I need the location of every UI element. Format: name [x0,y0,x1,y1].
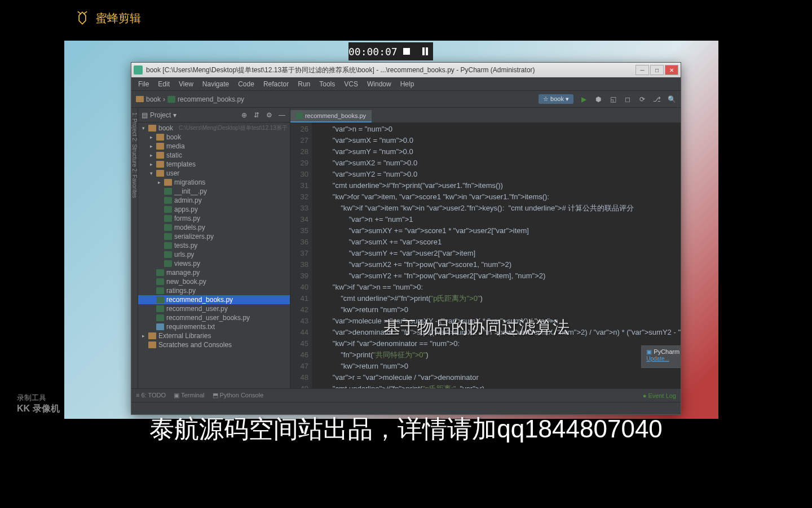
tree-item-migrations[interactable]: ▸migrations [138,178,290,187]
project-dropdown-icon[interactable]: ▤ [142,111,148,119]
tree-label: book [166,133,181,141]
tree-item-recommend-books-py[interactable]: recommend_books.py [138,295,290,304]
collapse-icon[interactable]: ⇵ [254,111,262,119]
menu-run[interactable]: Run [294,79,314,89]
editor-tabs: recommend_books.py [290,108,681,122]
folder-icon [148,341,156,348]
tree-item-serializers-py[interactable]: serializers.py [138,232,290,241]
sidebar-header: ▤ Project ▾ ⊕ ⇵ ⚙ — [138,108,290,122]
menu-window[interactable]: Window [364,79,395,89]
menu-help[interactable]: Help [397,79,418,89]
tree-item-book[interactable]: ▸book [138,133,290,142]
build-button[interactable]: ⟳ [638,95,647,104]
tree-label: tests.py [174,242,197,249]
tree-item-user[interactable]: ▾user [138,169,290,178]
tree-item-templates[interactable]: ▸templates [138,160,290,169]
folder-icon [156,143,164,150]
pyfile-icon [164,197,172,204]
tree-item-recommend-user-py[interactable]: recommend_user.py [138,304,290,313]
app-icon [134,65,143,75]
left-tool-gutter[interactable]: 1: Project 2: Structure 2: Favorites [131,108,138,388]
menu-tools[interactable]: Tools [316,79,338,89]
minimize-button[interactable]: ─ [636,65,649,75]
close-button[interactable]: ✕ [665,65,678,75]
tree-label: recommend_user.py [166,305,228,313]
tree-label: new_book.py [166,278,206,286]
search-button[interactable]: 🔍 [667,95,676,104]
folder-icon [136,96,144,102]
run-config-select[interactable]: ☆ book ▾ [539,94,573,104]
event-log-button[interactable]: ● Event Log [643,392,676,399]
folder-icon [156,152,164,159]
tree-item-urls-py[interactable]: urls.py [138,250,290,259]
menu-view[interactable]: View [175,79,197,89]
titlebar[interactable]: book [C:\Users\Meng\Desktop\提单test\12.13… [131,63,681,77]
code-area[interactable]: 2627282930313233343536373839404142434445… [290,122,681,388]
watermark-bl-line2: KK 录像机 [17,403,60,415]
notification-link[interactable]: Update... [646,356,681,362]
bottom-tab[interactable]: ≡ 6: TODO [136,392,166,399]
tree-label: requirements.txt [166,323,215,331]
bottom-tab[interactable]: ⬒ Python Console [213,392,264,399]
tree-label: models.py [174,224,205,231]
pyfile-icon [164,206,172,213]
tree-item-static[interactable]: ▸static [138,151,290,160]
txtfile-icon [156,323,164,330]
menu-navigate[interactable]: Navigate [199,79,232,89]
hide-icon[interactable]: — [279,111,286,119]
tree-arrow-icon: ▸ [140,333,146,339]
tree-label: serializers.py [174,233,214,240]
git-button[interactable]: ⎇ [652,95,661,104]
menu-refactor[interactable]: Refactor [260,79,292,89]
locate-icon[interactable]: ⊕ [241,111,249,119]
tree-label: urls.py [174,251,194,259]
tree-label: __init__.py [174,187,207,195]
tree-item-manage-py[interactable]: manage.py [138,268,290,277]
tree-item-tests-py[interactable]: tests.py [138,241,290,250]
tree-label: Scratches and Consoles [158,341,232,349]
code-content[interactable]: "var">n = "num">0 "var">sumX = "num">0.0… [312,122,681,388]
project-sidebar: ▤ Project ▾ ⊕ ⇵ ⚙ — ▾bookC:\Users\Meng\D… [138,108,290,388]
menu-edit[interactable]: Edit [155,79,173,89]
bottom-tab[interactable]: ▣ Terminal [174,392,204,399]
tree-item-external-libraries[interactable]: ▸External Libraries [138,331,290,340]
settings-icon[interactable]: ⚙ [266,111,274,119]
tree-item-media[interactable]: ▸media [138,142,290,151]
stop-button[interactable]: ◻ [623,95,632,104]
tree-item-book[interactable]: ▾bookC:\Users\Meng\Desktop\提单test\12.13基… [138,124,290,133]
menu-code[interactable]: Code [235,79,258,89]
pyfile-icon [156,314,164,321]
pyfile-icon [164,224,172,231]
tree-item-models-py[interactable]: models.py [138,223,290,232]
tree-item-apps-py[interactable]: apps.py [138,205,290,214]
breadcrumb[interactable]: book › recommend_books.py [136,95,244,103]
tree-item-views-py[interactable]: views.py [138,259,290,268]
python-file-icon [296,112,303,119]
project-tree[interactable]: ▾bookC:\Users\Meng\Desktop\提单test\12.13基… [138,122,290,388]
tree-item-requirements-txt[interactable]: requirements.txt [138,322,290,331]
tree-item-scratches-and-consoles[interactable]: Scratches and Consoles [138,340,290,349]
menu-vcs[interactable]: VCS [341,79,361,89]
watermark-top-text: 蜜蜂剪辑 [96,11,141,26]
update-notification[interactable]: ▣ PyCharm 2019.3.5 available Update... [641,345,681,368]
recorder-stop-button[interactable] [398,42,416,60]
coverage-button[interactable]: ◱ [608,95,617,104]
window-controls: ─ □ ✕ [636,65,678,75]
folder-icon [148,332,156,339]
tree-item---init---py[interactable]: __init__.py [138,187,290,196]
editor-tab-active[interactable]: recommend_books.py [290,110,372,122]
run-button[interactable]: ▶ [579,95,588,104]
watermark-top: 蜜蜂剪辑 [74,10,141,26]
tree-item-recommend-user-books-py[interactable]: recommend_user_books.py [138,313,290,322]
recorder-pause-button[interactable] [415,42,433,60]
tree-label: templates [166,160,196,168]
menu-file[interactable]: File [135,79,152,89]
debug-button[interactable]: ⬢ [594,95,603,104]
tree-item-ratings-py[interactable]: ratings.py [138,286,290,295]
tree-item-forms-py[interactable]: forms.py [138,214,290,223]
tree-item-new-book-py[interactable]: new_book.py [138,277,290,286]
video-subtitle-inner: 基于物品的协同过滤算法 [383,316,570,339]
chevron-down-icon[interactable]: ▾ [173,111,176,119]
tree-item-admin-py[interactable]: admin.py [138,196,290,205]
maximize-button[interactable]: □ [650,65,664,75]
